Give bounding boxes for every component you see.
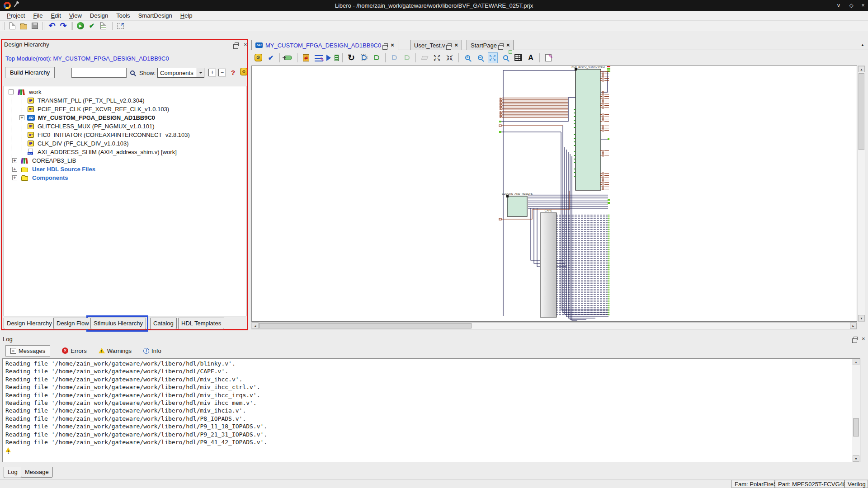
zoom-out-icon[interactable]: − bbox=[475, 52, 485, 63]
report-icon[interactable] bbox=[99, 22, 108, 30]
tree-item-label[interactable]: COREAPB3_LIB bbox=[32, 157, 76, 164]
zoom-window-icon[interactable] bbox=[500, 52, 510, 63]
tab-catalog[interactable]: Catalog bbox=[150, 318, 177, 329]
scroll-left-icon[interactable]: ◄ bbox=[252, 323, 259, 329]
close-tab-icon[interactable]: × bbox=[391, 43, 394, 47]
tree-item-label[interactable]: CLK_DIV (PF_CLK_DIV_v1.0.103) bbox=[38, 140, 129, 147]
expand-expander-icon[interactable]: + bbox=[12, 175, 17, 180]
edit-netlist-icon[interactable]: ✎ bbox=[314, 52, 324, 63]
float-tab-icon[interactable] bbox=[448, 43, 452, 47]
tab-design-flow[interactable]: Design Flow bbox=[53, 318, 92, 329]
build-hierarchy-button[interactable]: Build Hierarchy bbox=[5, 67, 55, 78]
tab-log[interactable]: Log bbox=[4, 467, 22, 478]
menu-file[interactable]: File bbox=[29, 11, 47, 20]
tree-item-axi-address-shim[interactable]: HDL AXI_ADDRESS_SHIM (AXI4_address_shim.… bbox=[4, 148, 246, 157]
search-icon[interactable] bbox=[130, 70, 135, 75]
cape-block[interactable]: CAPE bbox=[540, 209, 557, 317]
tab-info[interactable]: i Info bbox=[143, 347, 161, 354]
generate-component-icon[interactable]: ⚙ bbox=[253, 52, 263, 63]
window-restore-icon[interactable]: ◇ bbox=[845, 0, 857, 11]
menu-design[interactable]: Design bbox=[86, 11, 112, 20]
log-vertical-scrollbar[interactable]: ▲ ▼ bbox=[852, 359, 860, 462]
tree-item-label[interactable]: Components bbox=[32, 174, 68, 181]
tree-item-work[interactable]: − work bbox=[4, 88, 246, 97]
tree-item-coreapb3-lib[interactable]: + COREAPB3_LIB bbox=[4, 157, 246, 165]
minimize-view-icon[interactable]: ↘↙↗↖ bbox=[445, 52, 455, 63]
auto-connect-icon[interactable] bbox=[359, 52, 369, 63]
tree-item-clk-div[interactable]: IP CLK_DIV (PF_CLK_DIV_v1.0.103) bbox=[4, 140, 246, 148]
tree-item-label[interactable]: MY_CUSTOM_FPGA_DESIGN_AD1BB9C0 bbox=[38, 114, 155, 121]
tab-design-hierarchy[interactable]: Design Hierarchy bbox=[4, 318, 55, 329]
show-filter-select[interactable]: Components bbox=[157, 68, 204, 78]
tree-item-label[interactable]: GLITCHLESS_MUX (PF_NGMUX_v1.0.101) bbox=[38, 123, 155, 130]
expand-all-button[interactable]: + bbox=[208, 69, 216, 76]
tree-item-pcie-ref-clk[interactable]: IP PCIE_REF_CLK (PF_XCVR_REF_CLK_v1.0.10… bbox=[4, 105, 246, 114]
scroll-down-icon[interactable]: ▼ bbox=[853, 455, 859, 462]
menu-view[interactable]: View bbox=[65, 11, 86, 20]
tree-item-user-hdl-source-files[interactable]: + User HDL Source Files bbox=[4, 165, 246, 174]
float-tab-icon[interactable] bbox=[384, 43, 388, 47]
scroll-down-icon[interactable]: ▼ bbox=[858, 315, 865, 321]
scroll-thumb[interactable] bbox=[259, 323, 472, 328]
undo-icon[interactable]: ↶ bbox=[47, 22, 57, 30]
run-icon[interactable]: ▶ bbox=[76, 22, 85, 30]
tab-user-test-v[interactable]: User_Test.v × bbox=[410, 40, 462, 50]
chevron-down-icon[interactable] bbox=[197, 68, 204, 77]
save-icon[interactable] bbox=[30, 22, 39, 30]
scroll-thumb[interactable] bbox=[853, 418, 859, 436]
tree-item-glitchless-mux[interactable]: IP GLITCHLESS_MUX (PF_NGMUX_v1.0.101) bbox=[4, 122, 246, 131]
connect-mode-icon[interactable] bbox=[372, 52, 382, 63]
refresh-icon[interactable]: ↻ bbox=[346, 52, 356, 63]
tab-messages[interactable]: ≡ Messages bbox=[5, 345, 50, 357]
scroll-up-icon[interactable]: ▲ bbox=[853, 359, 859, 365]
zoom-in-icon[interactable]: + bbox=[462, 52, 472, 63]
invert-port-icon[interactable] bbox=[402, 52, 412, 63]
tree-item-label[interactable]: AXI_ADDRESS_SHIM (AXI4_address_shim.v) [… bbox=[38, 149, 177, 155]
tree-item-fic0-initiator[interactable]: IP FIC0_INITIATOR (COREAXI4INTERCONNECT_… bbox=[4, 131, 246, 140]
canvas-horizontal-scrollbar[interactable]: ◄ ► bbox=[251, 322, 857, 329]
tab-hdl-templates[interactable]: HDL Templates bbox=[178, 318, 224, 329]
window-layout-icon[interactable]: ↗ bbox=[116, 22, 125, 30]
tab-smartdesign-canvas[interactable]: SD MY_CUSTOM_FPGA_DESIGN_AD1BB9C0 × bbox=[251, 40, 398, 50]
tab-message[interactable]: Message bbox=[21, 467, 53, 478]
grid-icon[interactable] bbox=[513, 52, 523, 63]
close-tab-icon[interactable]: × bbox=[506, 43, 510, 47]
canvas-vertical-scrollbar[interactable]: ▲ ▼ bbox=[858, 66, 865, 322]
clocks-and-resets-block[interactable]: CLOCKS_AND_RESETS bbox=[502, 192, 533, 216]
window-menu-chevron-icon[interactable]: ∨ bbox=[833, 0, 844, 11]
commit-check-icon[interactable]: ✔ bbox=[87, 22, 96, 30]
expand-expander-icon[interactable]: + bbox=[19, 115, 24, 120]
scroll-right-icon[interactable]: ► bbox=[850, 323, 857, 329]
text-tool-icon[interactable]: A bbox=[526, 52, 536, 63]
tab-errors[interactable]: × Errors bbox=[62, 347, 86, 354]
collapse-expander-icon[interactable]: − bbox=[9, 89, 14, 94]
component-settings-icon[interactable]: ⚙ bbox=[240, 68, 248, 75]
tree-item-label[interactable]: TRANSMIT_PLL (PF_TX_PLL_v2.0.304) bbox=[38, 97, 145, 104]
expand-expander-icon[interactable]: + bbox=[12, 167, 17, 172]
close-tab-icon[interactable]: × bbox=[454, 43, 458, 47]
zoom-fit-icon[interactable]: ↖↗↙↘ bbox=[488, 52, 498, 63]
menu-help[interactable]: Help bbox=[176, 11, 197, 20]
open-project-icon[interactable] bbox=[19, 22, 28, 30]
scroll-up-icon[interactable]: ▲ bbox=[858, 66, 865, 72]
tree-item-label[interactable]: work bbox=[29, 89, 41, 95]
redo-icon[interactable]: ↷ bbox=[59, 22, 68, 30]
menu-project[interactable]: Project bbox=[3, 11, 29, 20]
tree-item-my-custom-fpga-design[interactable]: + SD MY_CUSTOM_FPGA_DESIGN_AD1BB9C0 bbox=[4, 114, 246, 122]
tree-item-components[interactable]: + Components bbox=[4, 174, 246, 183]
promote-port-icon[interactable] bbox=[389, 52, 399, 63]
riscv-subsystem-block[interactable]: BVF_RISCV_SUBSYSTEM bbox=[571, 66, 605, 190]
float-panel-icon[interactable] bbox=[235, 42, 239, 46]
tab-stimulus-hierarchy[interactable]: Stimulus Hierarchy bbox=[90, 318, 146, 329]
tree-item-label[interactable]: PCIE_REF_CLK (PF_XCVR_REF_CLK_v1.0.103) bbox=[38, 106, 169, 113]
scroll-thumb[interactable] bbox=[859, 73, 864, 150]
collapse-all-button[interactable]: − bbox=[218, 69, 226, 76]
help-icon[interactable]: ? bbox=[231, 69, 235, 76]
tab-warnings[interactable]: ! Warnings bbox=[99, 347, 132, 354]
log-output[interactable]: Reading file '/home/zain_work/gateware/w… bbox=[2, 358, 860, 462]
tree-item-label[interactable]: User HDL Source Files bbox=[32, 166, 95, 173]
expand-expander-icon[interactable]: + bbox=[12, 158, 17, 163]
float-tab-icon[interactable] bbox=[500, 43, 504, 47]
toolbar-handle[interactable] bbox=[3, 22, 5, 30]
menu-smartdesign[interactable]: SmartDesign bbox=[134, 11, 176, 20]
